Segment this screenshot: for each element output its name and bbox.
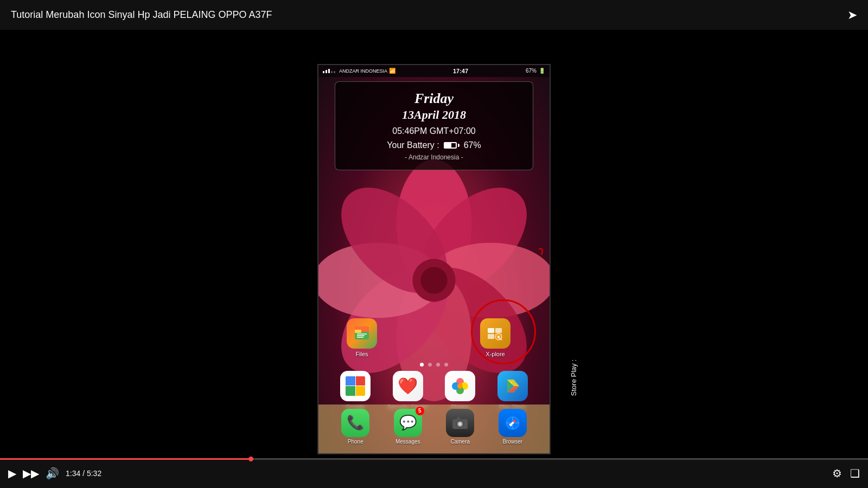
video-title: Tutorial Merubah Icon Sinyal Hp Jadi PEL… — [11, 9, 272, 21]
app-row-1: Files — [329, 318, 539, 357]
messages-dock-label: Messages — [395, 439, 420, 445]
status-bar: ANDZAR INDONESIA 📶 17:47 67% 🔋 — [318, 65, 550, 77]
dock-messages[interactable]: 💬 5 Messages — [389, 409, 427, 445]
fullscreen-button[interactable]: ❑ — [850, 467, 860, 480]
controls-bar: ▶ ▶▶ 🔊 1:34 / 5:32 ⚙ ❑ — [0, 458, 868, 488]
progress-fill — [0, 458, 248, 460]
svg-rect-36 — [457, 417, 460, 420]
browser-dock-label: Browser — [502, 439, 522, 445]
battery-label: Your Battery : — [387, 140, 439, 150]
widget-date: 13April 2018 — [346, 108, 522, 122]
carrier-name: ANDZAR INDONESIA — [339, 68, 387, 74]
camera-dock-icon — [446, 409, 474, 437]
svg-point-26 — [457, 383, 463, 389]
store-play-annotation: Store Play : — [570, 359, 578, 396]
battery-icon-status: 🔋 — [539, 68, 545, 74]
app-xplore[interactable]: X-plore — [474, 318, 517, 357]
app-files[interactable]: Files — [340, 318, 384, 357]
dock-phone[interactable]: 📞 Phone — [336, 409, 374, 445]
widget-time: 05:46PM GMT+07:00 — [346, 126, 522, 136]
time-display: 1:34 / 5:32 — [66, 469, 101, 478]
dot-1 — [420, 363, 424, 367]
title-bar: Tutorial Merubah Icon Sinyal Hp Jadi PEL… — [0, 0, 868, 30]
svg-rect-17 — [495, 328, 502, 333]
svg-point-9 — [420, 267, 448, 294]
share-button[interactable]: ➤ — [847, 8, 857, 22]
battery-percent-widget: 67% — [464, 140, 481, 150]
total-time: 5:32 — [87, 469, 101, 478]
files-icon — [347, 318, 377, 349]
signal-icon — [323, 69, 335, 73]
phone-dock-label: Phone — [348, 439, 363, 445]
files-label: Files — [355, 351, 368, 357]
photos-icon — [445, 371, 475, 401]
progress-dot — [248, 457, 253, 461]
dock-browser[interactable]: Browser — [494, 409, 532, 445]
wifi-icon: 📶 — [389, 68, 395, 74]
xplore-icon — [480, 318, 510, 349]
current-time: 1:34 — [66, 469, 80, 478]
time-separator: / — [82, 469, 87, 478]
svg-rect-16 — [488, 328, 494, 333]
skip-next-button[interactable]: ▶▶ — [23, 467, 39, 480]
svg-rect-18 — [488, 334, 494, 339]
phone-screen: ANDZAR INDONESIA 📶 17:47 67% 🔋 — [317, 64, 551, 454]
apps-area: Files — [318, 318, 550, 415]
video-area[interactable]: ANDZAR INDONESIA 📶 17:47 67% 🔋 — [0, 30, 868, 488]
widget-author: - Andzar Indonesia - — [346, 153, 522, 161]
status-time: 17:47 — [453, 68, 468, 74]
phone-dock-icon: 📞 — [341, 409, 369, 437]
volume-button[interactable]: 🔊 — [46, 467, 59, 480]
settings-button[interactable]: ⚙ — [832, 467, 842, 480]
status-right: 67% 🔋 — [526, 68, 545, 74]
widget-battery: Your Battery : 67% — [346, 140, 522, 150]
security-icon: ❤️ — [393, 371, 423, 401]
battery-icon-widget — [444, 142, 459, 149]
dot-3 — [436, 363, 440, 367]
playstore-icon — [497, 371, 528, 401]
dock: 📞 Phone 💬 5 Messages — [318, 404, 550, 453]
browser-dock-icon — [499, 409, 527, 437]
xplore-label: X-plore — [486, 351, 505, 357]
google-icon — [340, 371, 371, 401]
status-left: ANDZAR INDONESIA 📶 — [323, 68, 395, 74]
widget-card: Friday 13April 2018 05:46PM GMT+07:00 Yo… — [335, 81, 533, 170]
messages-badge: 5 — [416, 407, 424, 415]
camera-dock-label: Camera — [450, 439, 470, 445]
dock-camera[interactable]: Camera — [441, 409, 479, 445]
widget-day: Friday — [346, 91, 522, 107]
svg-point-35 — [459, 422, 462, 425]
svg-point-43 — [512, 422, 514, 424]
play-button[interactable]: ▶ — [8, 467, 16, 480]
page-dots — [329, 363, 539, 367]
dot-2 — [428, 363, 432, 367]
battery-percent-status: 67% — [526, 68, 537, 74]
dot-4 — [444, 363, 448, 367]
progress-bar[interactable] — [0, 458, 868, 460]
svg-rect-12 — [355, 330, 361, 333]
messages-dock-icon: 💬 5 — [394, 409, 422, 437]
